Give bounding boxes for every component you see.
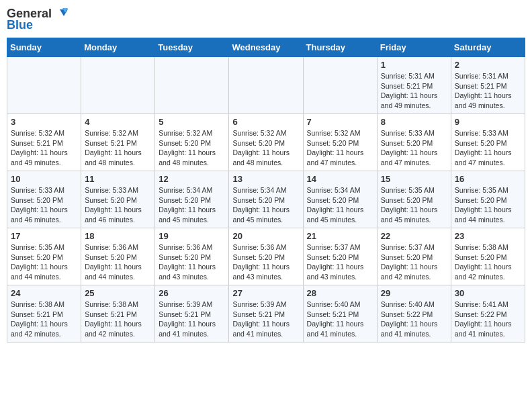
day-number: 11: [85, 174, 151, 184]
calendar-cell: 3Sunrise: 5:32 AM Sunset: 5:21 PM Daylig…: [7, 114, 81, 171]
day-number: 12: [159, 174, 225, 184]
day-number: 21: [307, 231, 373, 241]
day-info: Sunrise: 5:35 AM Sunset: 5:20 PM Dayligh…: [11, 242, 77, 282]
day-info: Sunrise: 5:31 AM Sunset: 5:21 PM Dayligh…: [381, 71, 447, 111]
calendar-cell: 13Sunrise: 5:34 AM Sunset: 5:20 PM Dayli…: [229, 171, 303, 228]
day-number: 6: [232, 117, 299, 127]
day-number: 19: [159, 231, 225, 241]
day-info: Sunrise: 5:37 AM Sunset: 5:20 PM Dayligh…: [381, 242, 447, 282]
day-number: 16: [455, 174, 521, 184]
calendar-cell: 4Sunrise: 5:32 AM Sunset: 5:21 PM Daylig…: [81, 114, 155, 171]
weekday-header-monday: Monday: [81, 38, 155, 57]
calendar-cell: 7Sunrise: 5:32 AM Sunset: 5:20 PM Daylig…: [303, 114, 377, 171]
logo-bird-icon: [53, 8, 68, 20]
day-info: Sunrise: 5:36 AM Sunset: 5:20 PM Dayligh…: [232, 242, 299, 282]
day-number: 15: [381, 174, 447, 184]
day-number: 13: [232, 174, 299, 184]
calendar-cell: 11Sunrise: 5:33 AM Sunset: 5:20 PM Dayli…: [81, 171, 155, 228]
calendar-cell: 20Sunrise: 5:36 AM Sunset: 5:20 PM Dayli…: [229, 228, 303, 285]
calendar-cell: 10Sunrise: 5:33 AM Sunset: 5:20 PM Dayli…: [7, 171, 81, 228]
day-number: 2: [455, 60, 521, 70]
day-info: Sunrise: 5:34 AM Sunset: 5:20 PM Dayligh…: [232, 185, 299, 225]
calendar-cell: 22Sunrise: 5:37 AM Sunset: 5:20 PM Dayli…: [377, 228, 451, 285]
day-number: 20: [232, 231, 299, 241]
calendar-cell: 9Sunrise: 5:33 AM Sunset: 5:20 PM Daylig…: [451, 114, 525, 171]
calendar-cell: 8Sunrise: 5:33 AM Sunset: 5:20 PM Daylig…: [377, 114, 451, 171]
weekday-header-sunday: Sunday: [7, 38, 81, 57]
day-info: Sunrise: 5:33 AM Sunset: 5:20 PM Dayligh…: [381, 128, 447, 168]
day-info: Sunrise: 5:40 AM Sunset: 5:21 PM Dayligh…: [307, 300, 373, 339]
day-number: 28: [307, 288, 373, 298]
day-number: 9: [455, 117, 521, 127]
calendar-cell: 6Sunrise: 5:32 AM Sunset: 5:20 PM Daylig…: [229, 114, 303, 171]
day-info: Sunrise: 5:32 AM Sunset: 5:21 PM Dayligh…: [85, 128, 151, 168]
weekday-header-row: SundayMondayTuesdayWednesdayThursdayFrid…: [7, 38, 525, 57]
calendar-cell: [303, 57, 377, 114]
calendar-week-3: 10Sunrise: 5:33 AM Sunset: 5:20 PM Dayli…: [7, 171, 525, 228]
day-number: 10: [11, 174, 77, 184]
day-info: Sunrise: 5:32 AM Sunset: 5:20 PM Dayligh…: [307, 128, 373, 168]
day-number: 27: [232, 288, 299, 298]
day-info: Sunrise: 5:39 AM Sunset: 5:21 PM Dayligh…: [159, 300, 225, 339]
calendar-cell: 1Sunrise: 5:31 AM Sunset: 5:21 PM Daylig…: [377, 57, 451, 114]
calendar-cell: 24Sunrise: 5:38 AM Sunset: 5:21 PM Dayli…: [7, 285, 81, 342]
day-info: Sunrise: 5:31 AM Sunset: 5:21 PM Dayligh…: [455, 71, 521, 111]
day-info: Sunrise: 5:34 AM Sunset: 5:20 PM Dayligh…: [159, 185, 225, 225]
day-number: 30: [455, 288, 521, 298]
day-info: Sunrise: 5:32 AM Sunset: 5:21 PM Dayligh…: [11, 128, 77, 168]
day-info: Sunrise: 5:37 AM Sunset: 5:20 PM Dayligh…: [307, 242, 373, 282]
calendar-cell: 26Sunrise: 5:39 AM Sunset: 5:21 PM Dayli…: [155, 285, 229, 342]
day-info: Sunrise: 5:36 AM Sunset: 5:20 PM Dayligh…: [85, 242, 151, 282]
calendar-cell: 29Sunrise: 5:40 AM Sunset: 5:22 PM Dayli…: [377, 285, 451, 342]
weekday-header-thursday: Thursday: [303, 38, 377, 57]
day-number: 1: [381, 60, 447, 70]
calendar-cell: [7, 57, 81, 114]
calendar-cell: 17Sunrise: 5:35 AM Sunset: 5:20 PM Dayli…: [7, 228, 81, 285]
calendar-cell: 15Sunrise: 5:35 AM Sunset: 5:20 PM Dayli…: [377, 171, 451, 228]
calendar-cell: 18Sunrise: 5:36 AM Sunset: 5:20 PM Dayli…: [81, 228, 155, 285]
calendar-cell: 16Sunrise: 5:35 AM Sunset: 5:20 PM Dayli…: [451, 171, 525, 228]
calendar-table: SundayMondayTuesdayWednesdayThursdayFrid…: [7, 38, 525, 342]
day-number: 17: [11, 231, 77, 241]
day-info: Sunrise: 5:33 AM Sunset: 5:20 PM Dayligh…: [455, 128, 521, 168]
day-number: 7: [307, 117, 373, 127]
day-info: Sunrise: 5:35 AM Sunset: 5:20 PM Dayligh…: [381, 185, 447, 225]
day-number: 23: [455, 231, 521, 241]
day-info: Sunrise: 5:33 AM Sunset: 5:20 PM Dayligh…: [85, 185, 151, 225]
day-info: Sunrise: 5:34 AM Sunset: 5:20 PM Dayligh…: [307, 185, 373, 225]
day-info: Sunrise: 5:32 AM Sunset: 5:20 PM Dayligh…: [159, 128, 225, 168]
day-info: Sunrise: 5:39 AM Sunset: 5:21 PM Dayligh…: [232, 300, 299, 339]
calendar-week-4: 17Sunrise: 5:35 AM Sunset: 5:20 PM Dayli…: [7, 228, 525, 285]
calendar-cell: 23Sunrise: 5:38 AM Sunset: 5:20 PM Dayli…: [451, 228, 525, 285]
logo-text: General Blue: [7, 7, 68, 32]
day-number: 22: [381, 231, 447, 241]
day-info: Sunrise: 5:33 AM Sunset: 5:20 PM Dayligh…: [11, 185, 77, 225]
day-number: 5: [159, 117, 225, 127]
calendar-week-5: 24Sunrise: 5:38 AM Sunset: 5:21 PM Dayli…: [7, 285, 525, 342]
calendar-cell: 25Sunrise: 5:38 AM Sunset: 5:21 PM Dayli…: [81, 285, 155, 342]
day-info: Sunrise: 5:32 AM Sunset: 5:20 PM Dayligh…: [232, 128, 299, 168]
weekday-header-friday: Friday: [377, 38, 451, 57]
calendar-week-1: 1Sunrise: 5:31 AM Sunset: 5:21 PM Daylig…: [7, 57, 525, 114]
calendar-cell: [81, 57, 155, 114]
weekday-header-wednesday: Wednesday: [229, 38, 303, 57]
calendar-cell: 12Sunrise: 5:34 AM Sunset: 5:20 PM Dayli…: [155, 171, 229, 228]
weekday-header-saturday: Saturday: [451, 38, 525, 57]
calendar-cell: 21Sunrise: 5:37 AM Sunset: 5:20 PM Dayli…: [303, 228, 377, 285]
day-info: Sunrise: 5:38 AM Sunset: 5:20 PM Dayligh…: [455, 242, 521, 282]
day-number: 29: [381, 288, 447, 298]
day-number: 4: [85, 117, 151, 127]
page-header: General Blue: [7, 7, 525, 32]
logo: General Blue: [7, 7, 68, 32]
day-number: 8: [381, 117, 447, 127]
day-info: Sunrise: 5:35 AM Sunset: 5:20 PM Dayligh…: [455, 185, 521, 225]
day-info: Sunrise: 5:38 AM Sunset: 5:21 PM Dayligh…: [11, 300, 77, 339]
day-number: 18: [85, 231, 151, 241]
day-number: 24: [11, 288, 77, 298]
calendar-cell: 5Sunrise: 5:32 AM Sunset: 5:20 PM Daylig…: [155, 114, 229, 171]
day-info: Sunrise: 5:36 AM Sunset: 5:20 PM Dayligh…: [159, 242, 225, 282]
calendar-week-2: 3Sunrise: 5:32 AM Sunset: 5:21 PM Daylig…: [7, 114, 525, 171]
day-number: 3: [11, 117, 77, 127]
day-info: Sunrise: 5:40 AM Sunset: 5:22 PM Dayligh…: [381, 300, 447, 339]
calendar-cell: 28Sunrise: 5:40 AM Sunset: 5:21 PM Dayli…: [303, 285, 377, 342]
